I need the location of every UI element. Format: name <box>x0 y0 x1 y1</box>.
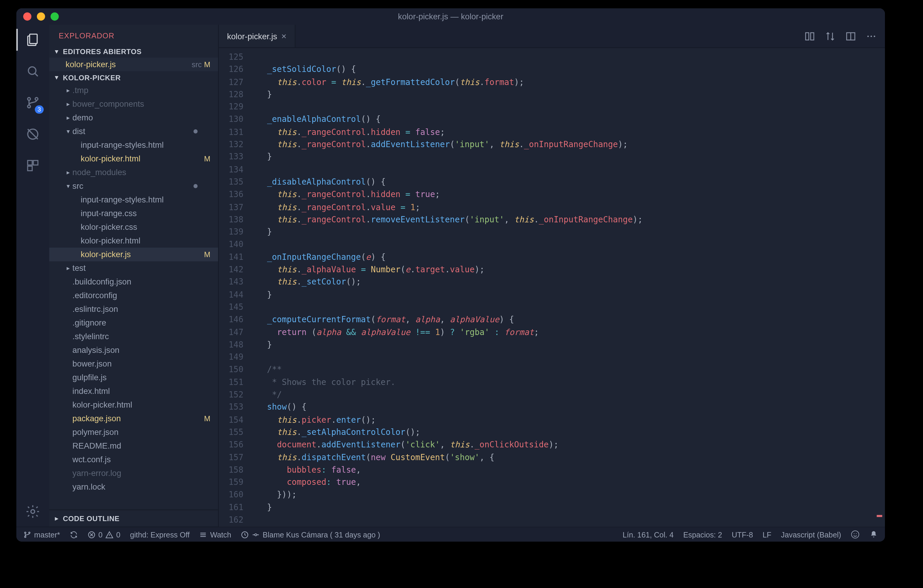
folder-item[interactable]: ▾dist <box>49 125 218 138</box>
file-item[interactable]: input-range-styles.html <box>49 138 218 152</box>
code-line: } <box>257 88 874 101</box>
settings-activity[interactable] <box>23 502 42 521</box>
scm-activity[interactable]: 3 <box>23 93 42 112</box>
code-content[interactable]: _setSolidColor() { this.color = this._ge… <box>250 48 874 526</box>
code-line: this._rangeControl.value = 1; <box>257 201 874 214</box>
file-item[interactable]: yarn.lock <box>49 480 218 494</box>
open-editors-header[interactable]: ▾ EDITORES ABIERTOS <box>49 45 218 57</box>
compare-icon[interactable] <box>825 31 836 42</box>
status-eol[interactable]: LF <box>763 531 772 539</box>
file-item[interactable]: .gitignore <box>49 316 218 330</box>
svg-rect-0 <box>30 34 37 44</box>
status-sync[interactable] <box>70 531 78 539</box>
svg-point-21 <box>255 533 257 535</box>
open-editor-item[interactable]: kolor-picker.jssrcM <box>49 57 218 71</box>
file-item[interactable]: .editorconfig <box>49 289 218 302</box>
code-line: this.dispatchEvent(new CustomEvent('show… <box>257 451 874 463</box>
status-problems[interactable]: 0 0 <box>87 531 120 539</box>
search-activity[interactable] <box>23 62 42 80</box>
line-number: 154 <box>219 414 243 426</box>
file-item[interactable]: kolor-picker.htmlM <box>49 152 218 166</box>
file-item[interactable]: index.html <box>49 384 218 398</box>
file-item[interactable]: input-range-styles.html <box>49 193 218 207</box>
status-watch[interactable]: Watch <box>199 531 232 539</box>
status-blame[interactable]: Blame Kus Cámara ( 31 days ago ) <box>241 531 380 539</box>
file-item[interactable]: README.md <box>49 439 218 453</box>
tree-label: kolor-picker.js <box>80 250 202 259</box>
debug-activity[interactable] <box>23 125 42 144</box>
code-editor[interactable]: 1251261271281291301311321331341351361371… <box>219 48 885 526</box>
status-notifications[interactable] <box>869 530 878 539</box>
file-item[interactable]: input-range.css <box>49 207 218 220</box>
close-window-button[interactable] <box>23 13 31 21</box>
line-number: 151 <box>219 376 243 389</box>
folder-item[interactable]: ▸test <box>49 261 218 275</box>
file-item[interactable]: bower.json <box>49 357 218 371</box>
code-line: bubbles: false, <box>257 463 874 476</box>
line-number: 143 <box>219 276 243 288</box>
tree-label: kolor-picker.html <box>72 400 202 410</box>
line-number: 137 <box>219 201 243 214</box>
status-githd[interactable]: githd: Express Off <box>130 531 190 539</box>
line-number: 162 <box>219 514 243 526</box>
code-line <box>257 238 874 251</box>
line-number: 133 <box>219 151 243 163</box>
more-icon[interactable] <box>866 31 877 42</box>
file-item[interactable]: analysis.json <box>49 343 218 357</box>
folder-item[interactable]: ▸node_modules <box>49 166 218 179</box>
explorer-activity[interactable] <box>23 30 42 49</box>
file-item[interactable]: kolor-picker.html <box>49 398 218 412</box>
file-item[interactable]: kolor-picker.css <box>49 220 218 234</box>
code-outline-header[interactable]: ▸ CODE OUTLINE <box>49 509 218 527</box>
code-line: * Shows the color picker. <box>257 376 874 389</box>
svg-point-3 <box>28 105 30 108</box>
branch-icon <box>23 531 31 539</box>
status-branch[interactable]: master* <box>23 531 60 539</box>
tree-label: .eslintrc.json <box>72 304 202 314</box>
file-item[interactable]: kolor-picker.html <box>49 234 218 248</box>
status-language[interactable]: Javascript (Babel) <box>781 531 841 539</box>
split-editor-icon[interactable] <box>846 31 856 42</box>
clock-icon <box>241 531 249 539</box>
file-item[interactable]: kolor-picker.jsM <box>49 248 218 261</box>
status-indent[interactable]: Espacios: 2 <box>683 531 722 539</box>
line-number: 136 <box>219 189 243 201</box>
folder-item[interactable]: ▾src <box>49 179 218 193</box>
minimap[interactable] <box>874 48 885 526</box>
file-item[interactable]: gulpfile.js <box>49 371 218 384</box>
tab-kolor-picker-js[interactable]: kolor-picker.js × <box>219 25 295 47</box>
status-encoding[interactable]: UTF-8 <box>732 531 753 539</box>
status-cursor[interactable]: Lín. 161, Col. 4 <box>622 531 674 539</box>
file-item[interactable]: .stylelintrc <box>49 330 218 343</box>
file-item[interactable]: polymer.json <box>49 425 218 439</box>
search-icon <box>25 64 41 79</box>
file-item[interactable]: wct.conf.js <box>49 453 218 466</box>
file-item[interactable]: .buildconfig.json <box>49 275 218 289</box>
project-header[interactable]: ▾ KOLOR-PICKER <box>49 71 218 84</box>
zoom-window-button[interactable] <box>51 13 59 21</box>
folder-item[interactable]: ▸demo <box>49 111 218 125</box>
code-line: */ <box>257 389 874 401</box>
close-icon[interactable]: × <box>281 31 286 41</box>
chevron-right-icon: ▸ <box>64 87 72 94</box>
tree-label: input-range-styles.html <box>80 195 202 205</box>
tree-label: yarn.lock <box>72 482 202 492</box>
minimize-window-button[interactable] <box>37 13 45 21</box>
extensions-activity[interactable] <box>23 156 42 175</box>
code-line: this._setAlphaControlColor(); <box>257 426 874 439</box>
line-number: 140 <box>219 238 243 251</box>
folder-item[interactable]: ▸.tmp <box>49 84 218 97</box>
diff-icon[interactable] <box>804 31 815 42</box>
files-icon <box>25 33 41 48</box>
status-feedback[interactable] <box>851 530 860 539</box>
blame-label: Blame Kus Cámara ( 31 days ago ) <box>263 531 380 539</box>
file-item[interactable]: yarn-error.log <box>49 466 218 480</box>
svg-point-22 <box>851 531 859 538</box>
code-line: } <box>257 151 874 163</box>
tree-label: demo <box>72 113 202 123</box>
folder-item[interactable]: ▸bower_components <box>49 97 218 111</box>
commit-icon <box>252 531 260 539</box>
file-item[interactable]: .eslintrc.json <box>49 302 218 316</box>
file-item[interactable]: package.jsonM <box>49 412 218 425</box>
svg-point-4 <box>35 97 38 100</box>
